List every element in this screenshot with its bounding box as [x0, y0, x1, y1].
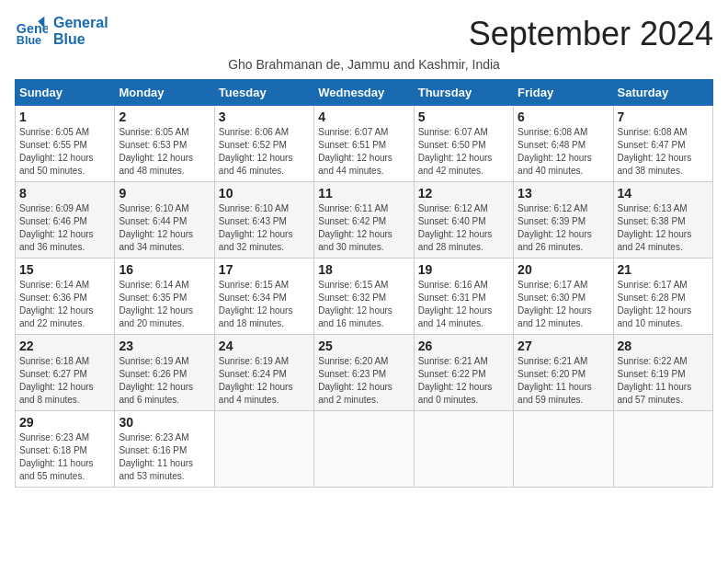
calendar-cell: 19Sunrise: 6:16 AMSunset: 6:31 PMDayligh… — [414, 259, 513, 335]
day-info: Sunrise: 6:05 AMSunset: 6:53 PMDaylight:… — [119, 126, 210, 178]
day-info: Sunrise: 6:10 AMSunset: 6:44 PMDaylight:… — [119, 202, 210, 254]
day-number: 24 — [219, 339, 310, 353]
calendar-cell: 16Sunrise: 6:14 AMSunset: 6:35 PMDayligh… — [115, 259, 214, 335]
day-info: Sunrise: 6:21 AMSunset: 6:22 PMDaylight:… — [418, 355, 509, 407]
day-number: 2 — [119, 109, 210, 124]
header-friday: Friday — [514, 80, 613, 106]
day-info: Sunrise: 6:07 AMSunset: 6:51 PMDaylight:… — [318, 126, 409, 178]
page-header: General Blue General Blue September 2024 — [15, 15, 713, 53]
day-number: 25 — [318, 339, 409, 353]
logo-line1: General — [53, 15, 108, 31]
day-info: Sunrise: 6:14 AMSunset: 6:35 PMDaylight:… — [119, 279, 210, 330]
calendar-cell: 27Sunrise: 6:21 AMSunset: 6:20 PMDayligh… — [514, 335, 613, 411]
calendar-cell: 20Sunrise: 6:17 AMSunset: 6:30 PMDayligh… — [514, 259, 613, 335]
svg-text:Blue: Blue — [17, 34, 41, 47]
header-sunday: Sunday — [16, 80, 115, 106]
day-info: Sunrise: 6:10 AMSunset: 6:43 PMDaylight:… — [219, 202, 310, 254]
calendar-cell: 23Sunrise: 6:19 AMSunset: 6:26 PMDayligh… — [115, 335, 214, 411]
calendar-cell — [414, 411, 513, 488]
calendar-cell: 17Sunrise: 6:15 AMSunset: 6:34 PMDayligh… — [214, 259, 313, 335]
day-info: Sunrise: 6:21 AMSunset: 6:20 PMDaylight:… — [518, 355, 609, 407]
calendar-week-1: 1Sunrise: 6:05 AMSunset: 6:55 PMDaylight… — [16, 106, 713, 182]
calendar-cell: 28Sunrise: 6:22 AMSunset: 6:19 PMDayligh… — [613, 335, 712, 411]
day-info: Sunrise: 6:12 AMSunset: 6:40 PMDaylight:… — [418, 202, 509, 254]
day-info: Sunrise: 6:23 AMSunset: 6:16 PMDaylight:… — [119, 431, 210, 483]
calendar-cell: 6Sunrise: 6:08 AMSunset: 6:48 PMDaylight… — [514, 106, 613, 182]
day-info: Sunrise: 6:07 AMSunset: 6:50 PMDaylight:… — [418, 126, 509, 178]
header-wednesday: Wednesday — [314, 80, 414, 106]
day-number: 20 — [518, 262, 609, 277]
day-info: Sunrise: 6:14 AMSunset: 6:36 PMDaylight:… — [19, 279, 110, 330]
calendar-week-5: 29Sunrise: 6:23 AMSunset: 6:18 PMDayligh… — [16, 411, 713, 488]
logo-icon: General Blue — [15, 15, 48, 48]
calendar-week-2: 8Sunrise: 6:09 AMSunset: 6:46 PMDaylight… — [16, 182, 713, 259]
day-number: 10 — [219, 186, 310, 201]
calendar-cell: 9Sunrise: 6:10 AMSunset: 6:44 PMDaylight… — [115, 182, 214, 259]
day-number: 16 — [119, 262, 210, 277]
day-number: 23 — [119, 339, 210, 353]
calendar-cell: 4Sunrise: 6:07 AMSunset: 6:51 PMDaylight… — [314, 106, 414, 182]
calendar-cell: 13Sunrise: 6:12 AMSunset: 6:39 PMDayligh… — [514, 182, 613, 259]
day-info: Sunrise: 6:08 AMSunset: 6:47 PMDaylight:… — [618, 126, 709, 178]
day-number: 13 — [518, 186, 609, 201]
day-number: 30 — [119, 415, 210, 430]
day-info: Sunrise: 6:19 AMSunset: 6:24 PMDaylight:… — [219, 355, 310, 407]
calendar-cell: 21Sunrise: 6:17 AMSunset: 6:28 PMDayligh… — [613, 259, 712, 335]
calendar-cell: 18Sunrise: 6:15 AMSunset: 6:32 PMDayligh… — [314, 259, 414, 335]
day-number: 28 — [618, 339, 709, 353]
calendar-cell: 1Sunrise: 6:05 AMSunset: 6:55 PMDaylight… — [16, 106, 115, 182]
calendar-cell: 5Sunrise: 6:07 AMSunset: 6:50 PMDaylight… — [414, 106, 513, 182]
day-number: 15 — [19, 262, 110, 277]
day-info: Sunrise: 6:19 AMSunset: 6:26 PMDaylight:… — [119, 355, 210, 407]
calendar-cell: 30Sunrise: 6:23 AMSunset: 6:16 PMDayligh… — [115, 411, 214, 488]
day-number: 26 — [418, 339, 509, 353]
calendar-cell: 3Sunrise: 6:06 AMSunset: 6:52 PMDaylight… — [214, 106, 313, 182]
calendar-week-4: 22Sunrise: 6:18 AMSunset: 6:27 PMDayligh… — [16, 335, 713, 411]
calendar-cell — [514, 411, 613, 488]
page-subtitle: Gho Brahmanan de, Jammu and Kashmir, Ind… — [15, 57, 713, 72]
day-number: 21 — [618, 262, 709, 277]
day-number: 5 — [418, 109, 509, 124]
day-info: Sunrise: 6:11 AMSunset: 6:42 PMDaylight:… — [318, 202, 409, 254]
day-number: 14 — [618, 186, 709, 201]
header-thursday: Thursday — [414, 80, 513, 106]
day-info: Sunrise: 6:13 AMSunset: 6:38 PMDaylight:… — [618, 202, 709, 254]
day-number: 7 — [618, 109, 709, 124]
calendar-table: SundayMondayTuesdayWednesdayThursdayFrid… — [15, 79, 713, 488]
day-info: Sunrise: 6:18 AMSunset: 6:27 PMDaylight:… — [19, 355, 110, 407]
day-info: Sunrise: 6:15 AMSunset: 6:34 PMDaylight:… — [219, 279, 310, 330]
calendar-cell: 14Sunrise: 6:13 AMSunset: 6:38 PMDayligh… — [613, 182, 712, 259]
month-title: September 2024 — [469, 15, 713, 53]
calendar-cell: 11Sunrise: 6:11 AMSunset: 6:42 PMDayligh… — [314, 182, 414, 259]
day-number: 19 — [418, 262, 509, 277]
day-info: Sunrise: 6:05 AMSunset: 6:55 PMDaylight:… — [19, 126, 110, 178]
calendar-cell: 29Sunrise: 6:23 AMSunset: 6:18 PMDayligh… — [16, 411, 115, 488]
header-tuesday: Tuesday — [214, 80, 313, 106]
calendar-cell — [214, 411, 313, 488]
calendar-cell — [314, 411, 414, 488]
calendar-cell: 8Sunrise: 6:09 AMSunset: 6:46 PMDaylight… — [16, 182, 115, 259]
day-number: 3 — [219, 109, 310, 124]
day-number: 6 — [518, 109, 609, 124]
logo-line2: Blue — [53, 31, 108, 48]
day-number: 27 — [518, 339, 609, 353]
day-info: Sunrise: 6:16 AMSunset: 6:31 PMDaylight:… — [418, 279, 509, 330]
calendar-cell: 12Sunrise: 6:12 AMSunset: 6:40 PMDayligh… — [414, 182, 513, 259]
day-number: 8 — [19, 186, 110, 201]
logo: General Blue General Blue — [15, 15, 108, 48]
day-info: Sunrise: 6:20 AMSunset: 6:23 PMDaylight:… — [318, 355, 409, 407]
day-info: Sunrise: 6:12 AMSunset: 6:39 PMDaylight:… — [518, 202, 609, 254]
calendar-header-row: SundayMondayTuesdayWednesdayThursdayFrid… — [16, 80, 713, 106]
day-number: 4 — [318, 109, 409, 124]
calendar-cell: 26Sunrise: 6:21 AMSunset: 6:22 PMDayligh… — [414, 335, 513, 411]
day-number: 17 — [219, 262, 310, 277]
day-number: 1 — [19, 109, 110, 124]
day-info: Sunrise: 6:23 AMSunset: 6:18 PMDaylight:… — [19, 431, 110, 483]
header-monday: Monday — [115, 80, 214, 106]
day-number: 22 — [19, 339, 110, 353]
calendar-cell: 24Sunrise: 6:19 AMSunset: 6:24 PMDayligh… — [214, 335, 313, 411]
day-info: Sunrise: 6:17 AMSunset: 6:30 PMDaylight:… — [518, 279, 609, 330]
day-info: Sunrise: 6:22 AMSunset: 6:19 PMDaylight:… — [618, 355, 709, 407]
calendar-cell: 10Sunrise: 6:10 AMSunset: 6:43 PMDayligh… — [214, 182, 313, 259]
calendar-body: 1Sunrise: 6:05 AMSunset: 6:55 PMDaylight… — [16, 106, 713, 488]
